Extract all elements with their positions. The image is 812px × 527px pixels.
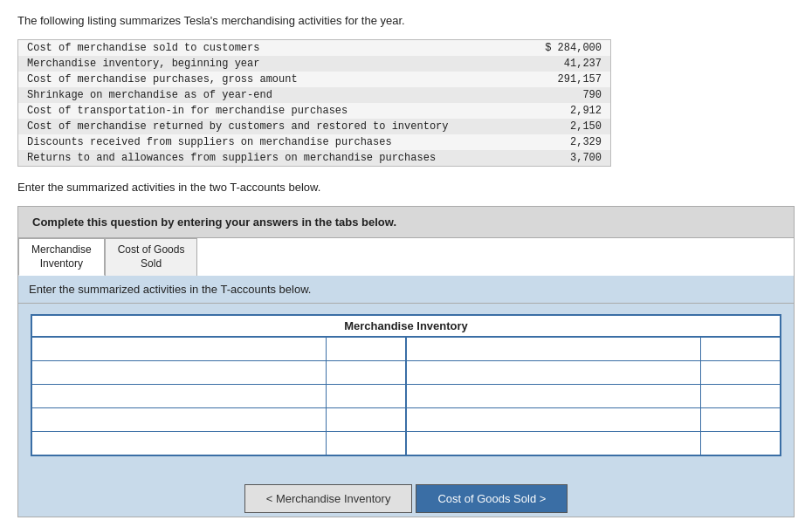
t-cell-amount[interactable] [327,338,405,360]
t-cell-label[interactable] [32,408,327,431]
summary-row: Merchandise inventory, beginning year41,… [18,56,611,72]
t-cell-label[interactable] [32,385,327,407]
t-cell-amount[interactable] [701,432,780,455]
t-cell-amount-input[interactable] [706,342,774,354]
t-cell-amount[interactable] [701,408,780,431]
t-cell-amount-input[interactable] [332,389,400,401]
t-account: Merchandise Inventory [31,314,781,456]
t-account-left [32,338,405,455]
nav-buttons: Merchandise Inventory Cost of Goods Sold [18,470,794,517]
t-cell-amount-input[interactable] [332,342,400,354]
t-cell-label[interactable] [32,338,327,360]
t-row [407,408,780,432]
t-row [32,432,405,455]
tab-cost-of-goods-sold[interactable]: Cost of GoodsSold [105,238,198,276]
t-row [32,408,405,432]
tab-content: Enter the summarized activities in the T… [18,276,794,517]
t-cell-amount-input[interactable] [706,389,774,401]
t-cell-amount[interactable] [327,361,405,384]
t-account-wrapper: Merchandise Inventory [18,304,794,470]
t-row [32,338,405,361]
t-cell-amount[interactable] [701,361,780,384]
t-cell-label-input[interactable] [38,366,320,378]
t-cell-amount[interactable] [327,385,405,407]
t-cell-label[interactable] [407,408,701,431]
question-box: Complete this question by entering your … [17,206,795,238]
t-cell-label-input[interactable] [38,413,320,425]
t-account-right [407,338,780,455]
summary-row: Cost of merchandise sold to customers$ 2… [18,40,611,57]
t-cell-label-input[interactable] [412,389,695,401]
t-cell-amount-input[interactable] [332,436,400,448]
summary-row: Cost of merchandise purchases, gross amo… [18,72,611,87]
t-cell-label[interactable] [32,361,327,384]
t-cell-amount[interactable] [327,408,405,431]
t-cell-amount-input[interactable] [332,413,400,425]
summary-row: Discounts received from suppliers on mer… [18,134,611,150]
t-account-body [32,338,780,455]
t-cell-label[interactable] [407,338,701,360]
t-cell-label[interactable] [32,432,327,455]
tabs-header: MerchandiseInventory Cost of GoodsSold [18,238,794,276]
t-cell-label-input[interactable] [412,413,695,425]
t-cell-amount-input[interactable] [706,436,774,448]
summary-row: Shrinkage on merchandise as of year-end7… [18,87,611,103]
summary-row: Cost of transportation-in for merchandis… [18,103,611,119]
t-cell-amount[interactable] [701,338,780,360]
t-row [32,385,405,408]
tab-merchandise-inventory[interactable]: MerchandiseInventory [18,238,105,276]
enter-instruction: Enter the summarized activities in the t… [17,181,795,194]
t-cell-amount-input[interactable] [706,366,774,378]
t-cell-label[interactable] [407,432,701,455]
t-cell-label-input[interactable] [38,342,320,354]
summary-row: Cost of merchandise returned by customer… [18,119,611,134]
t-row [407,385,780,408]
t-cell-amount[interactable] [701,385,780,407]
t-row [407,432,780,455]
t-cell-amount-input[interactable] [332,366,400,378]
t-cell-amount-input[interactable] [706,413,774,425]
t-cell-label[interactable] [407,385,701,407]
t-cell-label[interactable] [407,361,701,384]
t-cell-label-input[interactable] [412,366,695,378]
tabs-area: MerchandiseInventory Cost of GoodsSold E… [17,238,795,517]
next-button[interactable]: Cost of Goods Sold [416,484,568,513]
t-cell-amount[interactable] [327,432,405,455]
t-cell-label-input[interactable] [38,436,320,448]
t-row [32,361,405,385]
t-row [407,361,780,385]
t-account-title: Merchandise Inventory [32,316,780,338]
summary-row: Returns to and allowances from suppliers… [18,150,611,167]
t-cell-label-input[interactable] [412,436,695,448]
t-cell-label-input[interactable] [38,389,320,401]
summary-table: Cost of merchandise sold to customers$ 2… [17,39,611,167]
prev-button[interactable]: Merchandise Inventory [244,484,413,513]
t-row [407,338,780,361]
t-cell-label-input[interactable] [412,342,695,354]
tab-instruction: Enter the summarized activities in the T… [18,276,794,304]
intro-text: The following listing summarizes Tesla's… [17,14,795,27]
